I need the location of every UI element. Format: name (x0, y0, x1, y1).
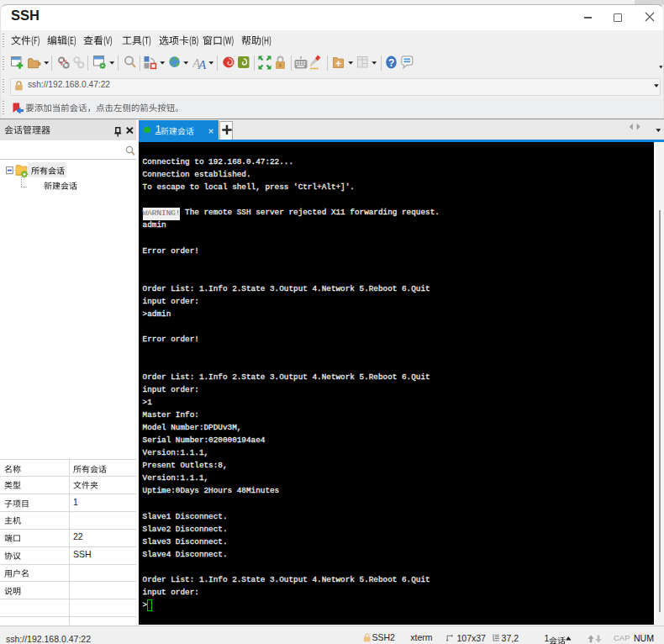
svg-text:A: A (198, 58, 207, 71)
svg-text:?: ? (388, 57, 394, 69)
